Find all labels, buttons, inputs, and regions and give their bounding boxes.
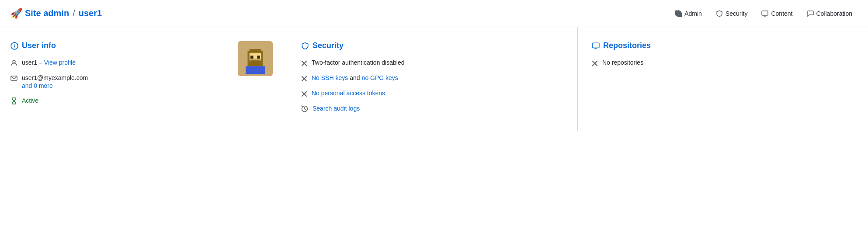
- svg-rect-9: [248, 53, 250, 61]
- and-connector: and: [350, 74, 360, 81]
- username-item: user1 – View profile: [10, 59, 231, 66]
- svg-rect-0: [762, 11, 768, 15]
- hourglass-icon: [10, 97, 17, 104]
- svg-rect-5: [11, 76, 17, 80]
- collaboration-nav-label: Collaboration: [816, 10, 853, 17]
- rocket-icon: 🚀: [10, 8, 22, 19]
- email-text: user1@myexample.com: [22, 74, 88, 81]
- security-column: Security Two-factor authentication disab…: [287, 27, 578, 131]
- username-text: user1: [22, 59, 37, 66]
- no-gpg-keys-link[interactable]: no GPG keys: [362, 74, 398, 81]
- nav-item-content[interactable]: Content: [756, 7, 798, 20]
- no-repos-item: No repositories: [592, 59, 854, 66]
- user-info-column: User info user1 – View profile: [0, 27, 287, 131]
- status-label: Active: [22, 97, 38, 104]
- svg-rect-7: [250, 49, 261, 51]
- repositories-column: Repositories No repositories: [578, 27, 868, 131]
- page-header: 🚀 Site admin / user1 Admin Security Cont…: [0, 0, 868, 27]
- person-icon: [10, 59, 17, 66]
- nav-item-security[interactable]: Security: [711, 7, 753, 20]
- no-ssh-keys-link[interactable]: No SSH keys: [312, 74, 348, 81]
- mail-icon: [10, 75, 17, 82]
- nav-item-collaboration[interactable]: Collaboration: [802, 7, 858, 20]
- svg-rect-10: [261, 53, 263, 61]
- main-columns: User info user1 – View profile: [0, 27, 868, 131]
- user-info-title: User info: [22, 41, 56, 50]
- content-nav-label: Content: [771, 10, 792, 17]
- security-section-icon: [301, 42, 309, 50]
- two-fa-item: Two-factor authentication disabled: [301, 59, 563, 66]
- shield-icon: [716, 10, 723, 17]
- email-more-link[interactable]: and 0 more: [22, 82, 88, 89]
- breadcrumb-separator: /: [73, 8, 75, 18]
- svg-rect-17: [248, 62, 263, 66]
- breadcrumb: 🚀 Site admin / user1: [10, 8, 102, 19]
- svg-rect-12: [250, 56, 253, 59]
- x-icon-ssh: [301, 76, 307, 82]
- status-item: Active: [10, 97, 231, 104]
- security-nav-label: Security: [726, 10, 748, 17]
- info-icon: [10, 42, 18, 50]
- comment-icon: [807, 10, 814, 17]
- nav-item-admin[interactable]: Admin: [670, 7, 707, 20]
- user-info-text: User info user1 – View profile: [10, 41, 231, 112]
- x-icon-2fa: [301, 60, 307, 66]
- gear-icon: [675, 10, 682, 17]
- avatar-image: [238, 41, 273, 76]
- avatar-svg: [240, 43, 271, 74]
- no-tokens-link[interactable]: No personal access tokens: [312, 90, 385, 97]
- security-header: Security: [301, 41, 563, 50]
- x-icon-tokens: [301, 91, 307, 97]
- repositories-title: Repositories: [603, 41, 651, 50]
- x-icon-repos: [592, 60, 598, 66]
- svg-rect-18: [246, 66, 265, 74]
- clock-icon: [301, 105, 308, 112]
- svg-rect-16: [248, 60, 263, 62]
- dash-separator: –: [39, 59, 42, 66]
- view-profile-link[interactable]: View profile: [44, 59, 76, 66]
- user-avatar: [238, 41, 273, 76]
- user-info-header: User info: [10, 41, 231, 50]
- audit-logs-item: Search audit logs: [301, 105, 563, 112]
- repo-icon: [592, 42, 600, 50]
- monitor-icon: [761, 10, 768, 17]
- username-label: user1: [79, 8, 102, 18]
- tokens-item: No personal access tokens: [301, 90, 563, 97]
- email-item: user1@myexample.com and 0 more: [10, 74, 231, 89]
- svg-rect-8: [248, 51, 263, 53]
- svg-rect-26: [592, 43, 599, 48]
- repositories-header: Repositories: [592, 41, 854, 50]
- no-repos-text: No repositories: [602, 59, 643, 66]
- site-admin-link[interactable]: Site admin: [25, 8, 69, 18]
- svg-rect-13: [257, 56, 260, 59]
- header-nav: Admin Security Content Collaboration: [670, 7, 858, 20]
- svg-point-4: [13, 60, 15, 63]
- svg-rect-15: [250, 59, 261, 60]
- admin-nav-label: Admin: [684, 10, 702, 17]
- ssh-gpg-item: No SSH keys and no GPG keys: [301, 74, 563, 82]
- two-fa-text: Two-factor authentication disabled: [312, 59, 404, 66]
- svg-point-3: [14, 44, 14, 45]
- audit-logs-link[interactable]: Search audit logs: [312, 105, 360, 112]
- security-title: Security: [312, 41, 344, 50]
